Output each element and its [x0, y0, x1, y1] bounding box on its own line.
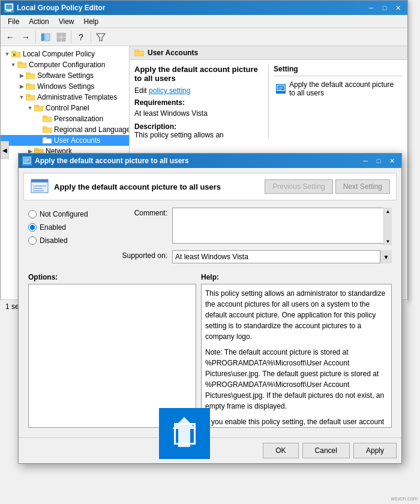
policy-link[interactable]: policy setting [149, 86, 190, 95]
svg-rect-7 [62, 33, 65, 37]
comment-label: Comment: [112, 208, 172, 217]
tree-item-computer-configuration[interactable]: ▼ Computer Configuration [1, 59, 129, 70]
edit-label: Edit [134, 86, 147, 95]
radio-disabled-label: Disabled [40, 236, 68, 245]
expand-icon[interactable]: ▶ [17, 82, 26, 91]
radio-disabled: Disabled [28, 236, 103, 245]
tree-item-regional[interactable]: Regional and Language [1, 124, 129, 135]
description-value: This policy setting allows an [134, 131, 263, 139]
tree-item-windows-settings[interactable]: ▶ Windows Settings [1, 81, 129, 92]
dialog-footer: OK Cancel Apply [19, 437, 401, 463]
menu-help[interactable]: Help [79, 16, 104, 27]
dialog-title-bar: Apply the default account picture to all… [19, 154, 401, 168]
comment-field-container: ▲ ▼ [172, 208, 392, 245]
toolbar-separator-1 [35, 31, 36, 43]
title-controls: ─ □ ✕ [365, 3, 404, 13]
expand-icon[interactable]: ▶ [17, 71, 26, 80]
left-panel-toggle[interactable]: ◀ [1, 141, 9, 159]
show-hide-button[interactable] [38, 30, 53, 44]
next-setting-button[interactable]: Next Setting [335, 179, 390, 194]
close-button[interactable]: ✕ [392, 3, 404, 13]
dialog-nav-buttons: Previous Setting Next Setting [265, 179, 390, 194]
radio-enabled-label: Enabled [40, 223, 66, 232]
dialog-header-section: Apply the default account picture to all… [23, 173, 397, 200]
filter-button[interactable] [94, 30, 108, 44]
radio-enabled: Enabled [28, 223, 103, 232]
view-button[interactable] [54, 30, 68, 44]
toolbar: ← → ? [1, 28, 407, 46]
radio-disabled-input[interactable] [28, 236, 37, 245]
svg-rect-24 [34, 105, 38, 107]
requirements-value: At least Windows Vista [134, 109, 263, 118]
svg-rect-9 [62, 38, 65, 41]
menu-view[interactable]: View [54, 16, 79, 27]
comment-row: Comment: ▲ ▼ [112, 208, 392, 245]
svg-rect-4 [41, 34, 44, 41]
svg-rect-44 [31, 179, 48, 182]
menu-action[interactable]: Action [24, 16, 53, 27]
dialog-title-controls: ─ □ ✕ [359, 156, 398, 166]
help-text-1: This policy setting allows an administra… [205, 288, 388, 342]
expand-icon[interactable]: ▼ [26, 104, 34, 112]
svg-rect-48 [159, 408, 210, 459]
dialog-minimize-button[interactable]: ─ [359, 156, 371, 166]
radio-not-configured-input[interactable] [28, 210, 37, 218]
tree-item-user-accounts[interactable]: User Accounts [1, 135, 129, 146]
minimize-button[interactable]: ─ [365, 3, 377, 13]
tree-label: Windows Settings [37, 82, 94, 91]
expand-icon[interactable]: ▼ [9, 61, 17, 69]
radio-not-configured: Not Configured [28, 210, 103, 218]
help-box[interactable]: This policy setting allows an administra… [201, 284, 392, 428]
tree-item-software-settings[interactable]: ▶ Software Settings [1, 70, 129, 81]
radio-section: Not Configured Enabled Disabled [23, 205, 107, 271]
setting-icon [276, 84, 286, 94]
cancel-button[interactable]: Cancel [302, 443, 350, 458]
back-button[interactable]: ← [3, 30, 17, 44]
requirements-label: Requirements: [134, 98, 185, 107]
svg-rect-34 [134, 50, 139, 52]
svg-rect-28 [43, 127, 47, 128]
svg-rect-5 [46, 34, 50, 41]
dialog-title-icon [22, 156, 32, 166]
maximize-button[interactable]: □ [379, 3, 391, 13]
tree-item-control-panel[interactable]: ▼ Control Panel [1, 103, 129, 113]
prev-setting-button[interactable]: Previous Setting [265, 179, 332, 194]
tree-item-local-computer-policy[interactable]: ▼ 🖥 Local Computer Policy [1, 49, 129, 59]
setting-row-text: Apply the default account picture to all… [289, 80, 400, 97]
expand-icon-spacer [34, 115, 43, 123]
apply-button[interactable]: Apply [353, 443, 397, 458]
options-box [28, 284, 196, 428]
right-panel-header-title: User Accounts [148, 49, 198, 57]
options-label: Options: [28, 273, 196, 281]
forward-button[interactable]: → [19, 30, 33, 44]
expand-icon[interactable]: ▼ [17, 93, 26, 101]
tree-item-administrative-templates[interactable]: ▼ Administrative Templates [1, 92, 129, 103]
svg-rect-8 [57, 38, 61, 41]
svg-rect-30 [43, 137, 47, 139]
expand-icon[interactable]: ▼ [3, 50, 11, 58]
ok-button[interactable]: OK [263, 443, 298, 458]
dialog-close-button[interactable]: ✕ [386, 156, 398, 166]
tree-label: Local Computer Policy [23, 50, 95, 58]
app-icon [4, 3, 14, 13]
dialog-maximize-button[interactable]: □ [373, 156, 385, 166]
watermark-badge: wsxcn.com [391, 496, 418, 502]
help-panel: Help: This policy setting allows an admi… [201, 273, 392, 428]
dialog-content: Apply the default account picture to all… [19, 168, 401, 437]
right-panel-body: Apply the default account picture to all… [130, 60, 407, 144]
svg-rect-32 [34, 148, 38, 150]
svg-rect-6 [57, 33, 61, 37]
tree-label: Administrative Templates [37, 93, 117, 101]
svg-rect-0 [5, 4, 13, 10]
help-button[interactable]: ? [74, 30, 88, 44]
svg-rect-35 [277, 85, 284, 91]
setting-column-header: Setting [274, 65, 403, 76]
menu-file[interactable]: File [3, 16, 24, 27]
supported-on-value: At least Windows Vista [172, 250, 392, 263]
textarea-scrollbar[interactable]: ▲ ▼ [383, 208, 392, 245]
tree-item-personalization[interactable]: Personalization [1, 113, 129, 124]
main-title: Local Group Policy Editor [17, 4, 105, 12]
radio-enabled-input[interactable] [28, 223, 37, 232]
comment-textarea[interactable] [172, 208, 392, 244]
dialog-window: Apply the default account picture to all… [18, 153, 402, 464]
